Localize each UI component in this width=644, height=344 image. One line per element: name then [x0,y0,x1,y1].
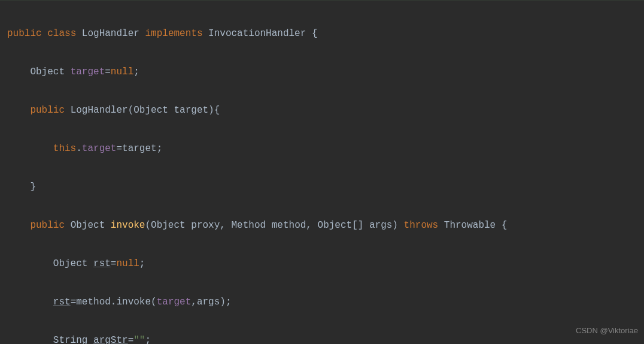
code-line: public class LogHandler implements Invoc… [7,24,644,43]
method-call: invoke [116,297,151,307]
local-var: rst [93,258,111,269]
paren: ( [145,220,151,231]
method-name: invoke [111,220,145,231]
local-var: rst [53,297,71,307]
keyword-public: public [30,220,65,231]
keyword-throws: throws [404,220,439,231]
paren: ) [392,220,398,231]
paren: ( [128,105,134,116]
object-ref: method [76,297,111,307]
semicolon: ; [145,335,151,344]
comma: , [306,220,317,231]
param-type: Method [232,220,266,231]
semicolon: ; [139,258,145,269]
semicolon: ; [133,67,139,77]
param-ref: target [122,143,157,154]
arg: args [197,297,220,307]
code-line: String argStr=""; [7,331,644,344]
paren: ( [151,297,157,307]
param-type: Object [133,105,168,116]
type: String [53,335,88,344]
semicolon: ; [226,297,232,307]
brace: { [214,105,220,116]
brace: { [496,220,507,231]
brace: { [306,28,317,39]
exception-type: Throwable [444,220,496,231]
field-name: target [82,143,117,154]
code-line: Object rst=null; [7,254,644,273]
code-line: public LogHandler(Object target){ [7,101,644,120]
keyword-implements: implements [145,28,202,39]
field-ref: target [157,297,192,307]
operator: = [116,143,122,154]
type: Object [53,258,88,269]
comma: , [220,220,231,231]
paren: ) [220,297,226,307]
code-line: Object target=null; [7,62,644,82]
dot: . [76,143,82,154]
field-name: target [71,67,105,77]
code-line: public Object invoke(Object proxy, Metho… [7,216,644,235]
operator: = [71,297,77,307]
code-editor[interactable]: public class LogHandler implements Invoc… [0,5,644,344]
local-var: argStr [93,335,128,344]
top-border [0,0,644,1]
paren: ) [208,105,214,116]
class-name: LogHandler [82,28,139,39]
return-type: Object [71,220,105,231]
code-line: } [7,177,644,197]
param-name: args [369,220,392,231]
param-name: method [272,220,306,231]
keyword-class: class [47,28,76,39]
param-type: Object [151,220,186,231]
semicolon: ; [157,143,163,154]
dot: . [111,297,117,307]
watermark-text: CSDN @Viktoriae [576,321,638,340]
constructor-name: LogHandler [71,105,128,116]
code-line: this.target=target; [7,139,644,158]
string-literal: "" [133,335,145,344]
keyword-this: this [53,143,76,154]
type: Object [30,67,65,77]
comma: , [191,297,197,307]
operator: = [128,335,134,344]
keyword-public: public [30,105,65,116]
param-name: target [174,105,208,116]
code-line: rst=method.invoke(target,args); [7,292,644,312]
param-name: proxy [191,220,220,231]
brace: } [30,182,36,192]
interface-name: InvocationHandler [208,28,306,39]
keyword-null: null [111,67,133,77]
param-type: Object[] [318,220,364,231]
operator: = [105,67,111,77]
keyword-public: public [7,28,42,39]
keyword-null: null [116,258,139,269]
operator: = [111,258,117,269]
